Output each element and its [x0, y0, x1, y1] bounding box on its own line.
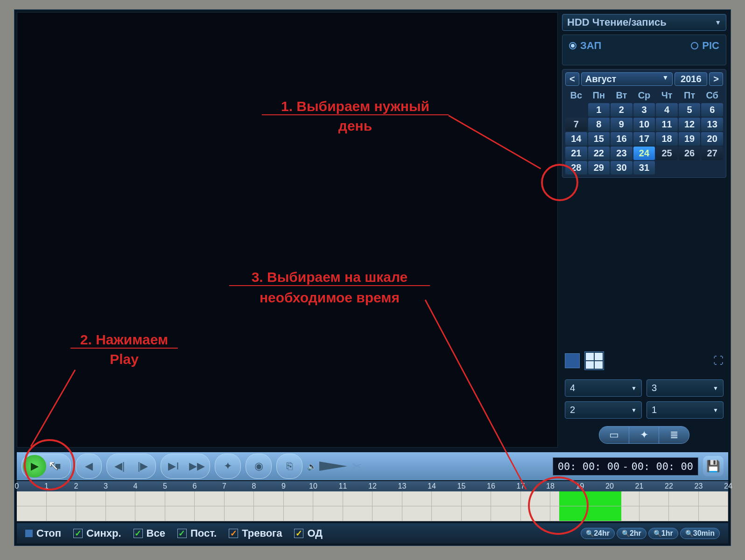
const-label: Пост.: [190, 527, 217, 539]
calendar-day[interactable]: 10: [633, 118, 655, 131]
timeline-tick: 17: [517, 482, 525, 490]
calendar-day[interactable]: 2: [611, 103, 633, 117]
zoom-2hr-button[interactable]: 🔍2hr: [617, 528, 647, 539]
step-back-button[interactable]: ◀|: [108, 455, 131, 477]
fast-button[interactable]: ▶▶: [185, 455, 209, 477]
zoom-24hr-button[interactable]: 🔍24hr: [581, 528, 615, 539]
md-label: ОД: [307, 527, 323, 539]
timeline-tick: 4: [134, 482, 138, 490]
zoom-30min-button[interactable]: 🔍30min: [680, 528, 720, 539]
timeline-tick: 15: [457, 482, 466, 490]
calendar-month-label: Август: [585, 74, 617, 84]
calendar-day[interactable]: 25: [656, 147, 678, 160]
layout-1x1-button[interactable]: [565, 353, 580, 368]
calendar-day[interactable]: 19: [679, 132, 701, 146]
smart-search-button[interactable]: ✦: [216, 455, 239, 477]
calendar-next-button[interactable]: >: [709, 72, 723, 86]
mode-pic-option[interactable]: PIC: [691, 40, 719, 52]
step-fwd-button[interactable]: |▶: [131, 455, 155, 477]
calendar-day[interactable]: 13: [701, 118, 723, 131]
slow-button[interactable]: ▶I: [162, 455, 185, 477]
channel-d-value: 1: [652, 405, 657, 415]
all-label: Все: [147, 527, 165, 539]
calendar-year-field[interactable]: 2016: [675, 72, 707, 86]
timeline-tick: 7: [222, 482, 226, 490]
recording-segment[interactable]: [559, 491, 621, 506]
hdd-source-select[interactable]: HDD Чтение/запись ▼: [562, 14, 726, 31]
calendar-day[interactable]: 21: [565, 147, 587, 160]
sync-checkbox[interactable]: Синхр.: [73, 527, 121, 539]
channel-select-c[interactable]: 2 ▼: [565, 401, 642, 419]
calendar-day[interactable]: 1: [588, 103, 610, 117]
mode-rec-option[interactable]: ЗАП: [569, 40, 601, 52]
search-list-button[interactable]: ≣: [659, 427, 689, 443]
timeline-row-2[interactable]: [17, 506, 728, 521]
calendar-day[interactable]: 7: [565, 118, 587, 131]
save-clip-button[interactable]: 💾: [703, 456, 724, 476]
clip-end-time: 00: 00: 00: [632, 461, 693, 472]
calendar-grid: ВсПнВтСрЧтПтСб12345678910111213141516171…: [565, 89, 723, 175]
recording-segment[interactable]: [559, 506, 621, 521]
calendar-day[interactable]: 9: [611, 118, 633, 131]
calendar-day[interactable]: 11: [656, 118, 678, 131]
calendar-day[interactable]: 5: [679, 103, 701, 117]
calendar-day[interactable]: 3: [633, 103, 655, 117]
timeline[interactable]: 0123456789101112131415161718192021222324: [17, 481, 728, 521]
clip-scissors-icon[interactable]: ✂: [352, 459, 362, 474]
chevron-down-icon: ▼: [662, 74, 668, 84]
backup-button[interactable]: ⎘: [278, 455, 301, 477]
calendar-day[interactable]: 16: [611, 132, 633, 146]
calendar-dow: Ср: [633, 89, 655, 102]
calendar: < Август ▼ 2016 > ВсПнВтСрЧтПтСб12345678…: [562, 69, 726, 178]
screen: HDD Чтение/запись ▼ ЗАП PIC < Август ▼ 2…: [14, 9, 731, 546]
alarm-checkbox[interactable]: Тревога: [229, 527, 282, 539]
calendar-day[interactable]: 27: [701, 147, 723, 160]
channel-select-d[interactable]: 1 ▼: [647, 401, 724, 419]
timeline-tick: 21: [635, 482, 644, 490]
all-checkbox[interactable]: Все: [134, 527, 165, 539]
calendar-day[interactable]: 4: [656, 103, 678, 117]
video-playback-area[interactable]: [17, 12, 558, 448]
calendar-dow: Чт: [656, 89, 678, 102]
channel-select-a[interactable]: 4 ▼: [565, 379, 642, 397]
timeline-tick: 18: [546, 482, 555, 490]
calendar-day[interactable]: 20: [701, 132, 723, 146]
timeline-zoom-group: 🔍24hr 🔍2hr 🔍1hr 🔍30min: [581, 528, 720, 539]
calendar-day[interactable]: 15: [588, 132, 610, 146]
calendar-day[interactable]: 8: [588, 118, 610, 131]
calendar-day[interactable]: 30: [611, 161, 633, 175]
reverse-button[interactable]: ◀: [77, 455, 100, 477]
layout-2x2-button[interactable]: [584, 351, 604, 370]
calendar-day[interactable]: 28: [565, 161, 587, 175]
channel-selects: 4 ▼ 3 ▼ 2 ▼ 1 ▼: [562, 378, 726, 420]
search-card-button[interactable]: ▭: [599, 427, 629, 443]
calendar-day[interactable]: 6: [701, 103, 723, 117]
calendar-day[interactable]: 14: [565, 132, 587, 146]
calendar-day[interactable]: 22: [588, 147, 610, 160]
calendar-day[interactable]: 29: [588, 161, 610, 175]
play-button[interactable]: ▶: [23, 455, 46, 477]
calendar-day: [679, 161, 701, 175]
calendar-day[interactable]: 26: [679, 147, 701, 160]
md-checkbox[interactable]: ОД: [294, 527, 323, 539]
calendar-day[interactable]: 18: [656, 132, 678, 146]
calendar-day[interactable]: 23: [611, 147, 633, 160]
zoom-1hr-button[interactable]: 🔍1hr: [648, 528, 678, 539]
stop-button[interactable]: ■: [46, 455, 70, 477]
channel-select-b[interactable]: 3 ▼: [647, 379, 724, 397]
timeline-row-1[interactable]: [17, 491, 728, 506]
hdd-label: HDD Чтение/запись: [567, 16, 667, 28]
const-checkbox[interactable]: Пост.: [177, 527, 217, 539]
timeline-tick: 3: [104, 482, 108, 490]
calendar-prev-button[interactable]: <: [565, 72, 579, 86]
calendar-day[interactable]: 17: [633, 132, 655, 146]
volume-control[interactable]: 🔈: [307, 462, 347, 471]
calendar-month-select[interactable]: Август ▼: [581, 72, 673, 86]
calendar-day[interactable]: 12: [679, 118, 701, 131]
calendar-day[interactable]: 31: [633, 161, 655, 175]
timeline-tick: 24: [724, 482, 732, 490]
search-tag-button[interactable]: ✦: [629, 427, 659, 443]
snapshot-button[interactable]: ◉: [247, 455, 270, 477]
calendar-day[interactable]: 24: [633, 147, 655, 160]
fullscreen-icon[interactable]: ⛶: [713, 355, 724, 367]
